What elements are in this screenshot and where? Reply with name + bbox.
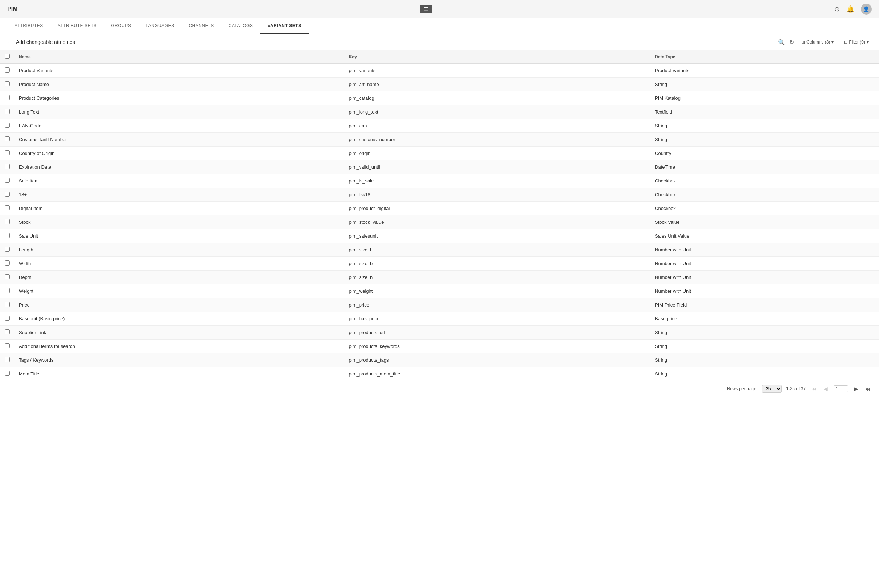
row-checkbox[interactable]	[5, 123, 10, 128]
row-checkbox[interactable]	[5, 205, 10, 210]
table-row: Sale Item pim_is_sale Checkbox	[0, 174, 879, 188]
nav-tabs: ATTRIBUTES ATTRIBUTE SETS GROUPS LANGUAG…	[0, 18, 879, 34]
row-data-type: Checkbox	[651, 174, 879, 188]
tab-catalogs[interactable]: CATALOGS	[221, 18, 261, 34]
row-checkbox-cell	[0, 133, 15, 147]
row-key: pim_products_meta_title	[345, 367, 651, 381]
row-checkbox[interactable]	[5, 288, 10, 293]
row-checkbox[interactable]	[5, 164, 10, 169]
row-key: pim_products_url	[345, 326, 651, 339]
footer: Rows per page: 25 50 100 1-25 of 37 ⏮ ◀ …	[0, 381, 879, 396]
row-checkbox[interactable]	[5, 357, 10, 362]
avatar[interactable]: 👤	[861, 4, 872, 15]
bell-icon-button[interactable]: 🔔	[846, 5, 854, 13]
tab-groups[interactable]: GROUPS	[104, 18, 138, 34]
user-icon: 👤	[863, 6, 869, 12]
select-all-checkbox[interactable]	[5, 54, 10, 59]
page-range-label: 1-25 of 37	[786, 386, 806, 392]
columns-button[interactable]: ⊞ Columns (3) ▾	[798, 38, 837, 46]
table-container: Name Key Data Type Product Variants pim_…	[0, 50, 879, 381]
first-page-button[interactable]: ⏮	[810, 385, 818, 393]
row-checkbox[interactable]	[5, 233, 10, 238]
row-checkbox[interactable]	[5, 192, 10, 196]
row-checkbox-cell	[0, 216, 15, 229]
search-button[interactable]: 🔍	[778, 39, 785, 46]
row-checkbox-cell	[0, 284, 15, 298]
rows-per-page-select[interactable]: 25 50 100	[762, 385, 782, 393]
table-row: Width pim_size_b Number with Unit	[0, 257, 879, 271]
table-row: Meta Title pim_products_meta_title Strin…	[0, 367, 879, 381]
row-name: 18+	[15, 188, 345, 202]
row-checkbox[interactable]	[5, 136, 10, 141]
tab-languages[interactable]: LANGUAGES	[138, 18, 182, 34]
table-row: Product Categories pim_catalog PIM Katal…	[0, 92, 879, 105]
header-name: Name	[15, 50, 345, 64]
row-checkbox[interactable]	[5, 329, 10, 334]
row-checkbox[interactable]	[5, 95, 10, 100]
table-row: Supplier Link pim_products_url String	[0, 326, 879, 339]
hamburger-button[interactable]: ☰	[420, 5, 432, 14]
row-checkbox-cell	[0, 229, 15, 243]
tab-variant-sets[interactable]: VARIANT SETS	[260, 18, 308, 34]
toolbar: ← Add changeable attributes 🔍 ↻ ⊞ Column…	[0, 34, 879, 50]
row-checkbox-cell	[0, 119, 15, 133]
table-row: Stock pim_stock_value Stock Value	[0, 216, 879, 229]
row-checkbox[interactable]	[5, 178, 10, 183]
prev-page-button[interactable]: ◀	[822, 385, 829, 393]
row-name: Digital Item	[15, 202, 345, 216]
row-data-type: String	[651, 339, 879, 353]
row-checkbox[interactable]	[5, 109, 10, 114]
row-name: Expiration Date	[15, 160, 345, 174]
tab-channels[interactable]: CHANNELS	[182, 18, 221, 34]
row-key: pim_size_h	[345, 271, 651, 284]
row-checkbox[interactable]	[5, 81, 10, 86]
first-page-icon: ⏮	[812, 386, 817, 392]
row-checkbox[interactable]	[5, 316, 10, 321]
row-name: Product Categories	[15, 92, 345, 105]
table-row: Length pim_size_l Number with Unit	[0, 243, 879, 257]
back-button[interactable]: ←	[7, 39, 13, 45]
row-key: pim_size_l	[345, 243, 651, 257]
row-name: Length	[15, 243, 345, 257]
filter-button[interactable]: ⊟ Filter (0) ▾	[841, 38, 872, 46]
row-data-type: Sales Unit Value	[651, 229, 879, 243]
table-row: Baseunit (Basic price) pim_baseprice Bas…	[0, 312, 879, 326]
row-checkbox[interactable]	[5, 274, 10, 279]
row-data-type: Checkbox	[651, 202, 879, 216]
row-checkbox[interactable]	[5, 219, 10, 224]
row-key: pim_valid_until	[345, 160, 651, 174]
row-checkbox[interactable]	[5, 302, 10, 307]
row-key: pim_products_keywords	[345, 339, 651, 353]
chevron-down-icon-filter: ▾	[867, 39, 869, 45]
row-checkbox[interactable]	[5, 68, 10, 72]
row-key: pim_art_name	[345, 78, 651, 92]
row-name: Meta Title	[15, 367, 345, 381]
table-row: Country of Origin pim_origin Country	[0, 147, 879, 160]
row-data-type: Textfield	[651, 105, 879, 119]
row-checkbox[interactable]	[5, 343, 10, 348]
table-row: Weight pim_weight Number with Unit	[0, 284, 879, 298]
row-data-type: Base price	[651, 312, 879, 326]
row-key: pim_size_b	[345, 257, 651, 271]
tab-attributes[interactable]: ATTRIBUTES	[7, 18, 50, 34]
table-row: Depth pim_size_h Number with Unit	[0, 271, 879, 284]
row-data-type: String	[651, 367, 879, 381]
row-checkbox-cell	[0, 339, 15, 353]
page-number-input[interactable]	[834, 385, 848, 393]
row-checkbox[interactable]	[5, 247, 10, 252]
table-row: 18+ pim_fsk18 Checkbox	[0, 188, 879, 202]
row-checkbox-cell	[0, 174, 15, 188]
bell-icon: 🔔	[846, 6, 854, 13]
row-checkbox[interactable]	[5, 371, 10, 376]
row-name: Price	[15, 298, 345, 312]
monitor-icon-button[interactable]: ⊙	[834, 5, 840, 13]
header-checkbox-cell	[0, 50, 15, 64]
tab-attribute-sets[interactable]: ATTRIBUTE SETS	[50, 18, 104, 34]
row-checkbox[interactable]	[5, 261, 10, 266]
row-checkbox-cell	[0, 271, 15, 284]
row-checkbox[interactable]	[5, 150, 10, 155]
last-page-button[interactable]: ⏭	[864, 385, 872, 393]
next-page-button[interactable]: ▶	[852, 385, 860, 393]
row-checkbox-cell	[0, 160, 15, 174]
refresh-button[interactable]: ↻	[789, 39, 794, 46]
